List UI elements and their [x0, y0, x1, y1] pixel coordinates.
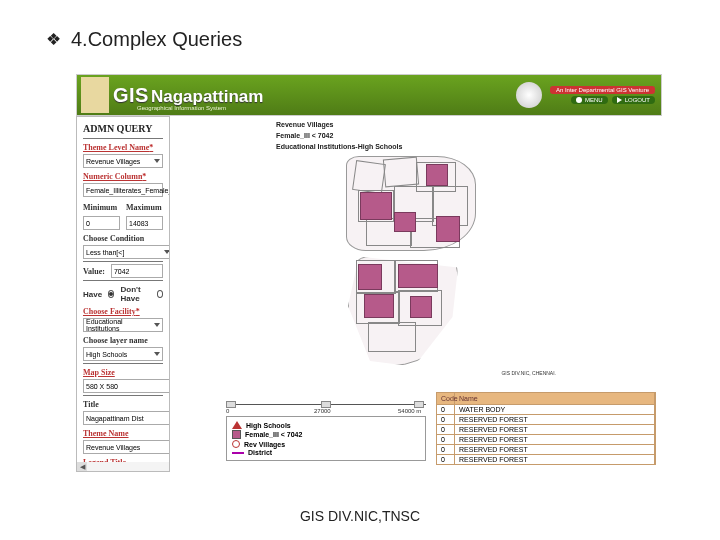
scroll-left-icon[interactable]: ◀	[77, 462, 87, 472]
sidebar-scrollbar[interactable]: ◀ ▶	[77, 462, 170, 472]
scale-slider[interactable]: 0 27000 54000 m	[226, 398, 426, 412]
menu-icon	[576, 97, 582, 103]
triangle-icon	[232, 421, 242, 429]
line-icon	[232, 452, 244, 454]
diamond-bullet-icon: ❖	[46, 29, 61, 50]
tagline-pill: An Inter Departmental GIS Venture	[550, 86, 655, 94]
input-value[interactable]: 7042	[111, 264, 163, 278]
radio-have[interactable]	[108, 290, 114, 298]
logout-icon	[617, 97, 622, 103]
input-title[interactable]: Nagapattinam Dist	[83, 411, 170, 425]
label-numeric-column: Numeric Column	[83, 172, 163, 181]
table-header: Code Name	[437, 393, 655, 404]
radio-dont-have[interactable]	[157, 290, 163, 298]
app-title: GIS Nagapattinam	[113, 84, 263, 107]
table-row[interactable]: 0RESERVED FOREST	[437, 434, 655, 444]
table-row[interactable]: 0RESERVED FOREST	[437, 454, 655, 464]
input-maximum[interactable]: 14083	[126, 216, 163, 230]
label-condition: Choose Condition	[83, 234, 163, 243]
app-subtitle: Geographical Information System	[137, 105, 226, 111]
input-theme-name[interactable]: Revenue Villages	[83, 440, 170, 454]
circle-icon	[232, 440, 240, 448]
label-map-size: Map Size	[83, 368, 163, 377]
chevron-down-icon	[154, 352, 160, 356]
slide-bullet: ❖ 4.Complex Queries	[46, 28, 696, 51]
map-legend: High Schools Female_Ill < 7042 Rev Villa…	[226, 416, 426, 461]
app-banner: GIS Nagapattinam Geographical Informatio…	[76, 74, 662, 116]
map-canvas[interactable]: GIS DIV.NIC, CHENNAI.	[276, 156, 516, 386]
label-maximum: Maximum	[126, 203, 163, 212]
input-minimum[interactable]: 0	[83, 216, 120, 230]
app-screenshot: GIS Nagapattinam Geographical Informatio…	[76, 74, 662, 474]
logout-button[interactable]: LOGOUT	[612, 96, 655, 104]
chevron-down-icon	[154, 323, 160, 327]
menu-button[interactable]: MENU	[571, 96, 608, 104]
tn-emblem-icon	[516, 82, 542, 108]
label-value: Value:	[83, 267, 105, 276]
label-title: Title	[83, 400, 163, 409]
query-sidebar: ADMN QUERY Theme Level Name Revenue Vill…	[76, 116, 170, 472]
select-theme-level[interactable]: Revenue Villages	[83, 154, 163, 168]
sidebar-heading: ADMN QUERY	[83, 121, 163, 134]
have-radio-group: Have Don't Have	[83, 285, 163, 303]
select-condition[interactable]: Less than[<]	[83, 245, 170, 259]
chevron-down-icon	[154, 159, 160, 163]
label-theme-level: Theme Level Name	[83, 143, 163, 152]
select-numeric-column[interactable]: Female_Illiterates_Female_Ill	[83, 183, 163, 197]
map-credit: GIS DIV.NIC, CHENNAI.	[501, 370, 556, 376]
label-facility: Choose Facility	[83, 307, 163, 316]
slide-title: 4.Complex Queries	[71, 28, 242, 51]
query-summary: Revenue Villages Female_Ill < 7042 Educa…	[276, 120, 656, 152]
table-row[interactable]: 0WATER BODY	[437, 404, 655, 414]
label-minimum: Minimum	[83, 203, 120, 212]
select-map-size[interactable]: 580 X 580	[83, 379, 170, 393]
table-row[interactable]: 0RESERVED FOREST	[437, 424, 655, 434]
label-layer-name: Choose layer name	[83, 336, 163, 345]
result-table: Code Name 0WATER BODY0RESERVED FOREST0RE…	[436, 392, 656, 465]
select-facility[interactable]: Educational Institutions	[83, 318, 163, 332]
slide-footer: GIS DIV.NIC,TNSC	[0, 508, 720, 524]
label-theme-name: Theme Name	[83, 429, 163, 438]
emblem-icon	[81, 77, 109, 113]
table-row[interactable]: 0RESERVED FOREST	[437, 414, 655, 424]
swatch-icon	[232, 430, 241, 439]
table-row[interactable]: 0RESERVED FOREST	[437, 444, 655, 454]
select-layer-name[interactable]: High Schools	[83, 347, 163, 361]
